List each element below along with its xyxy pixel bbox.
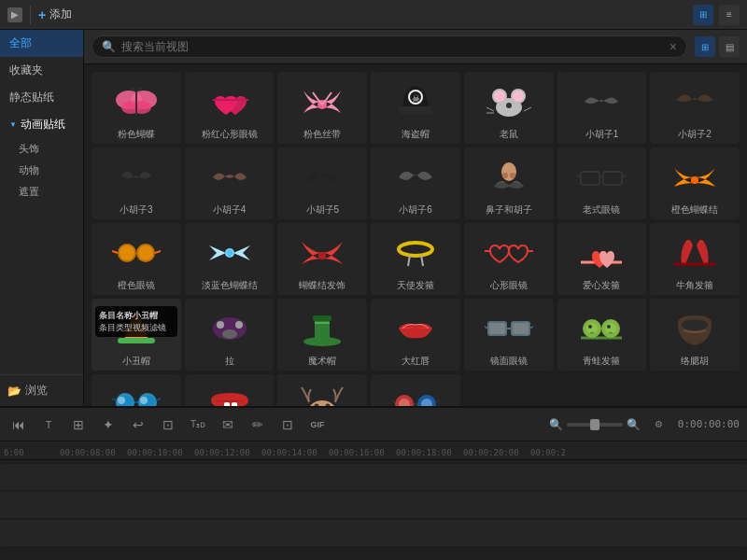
ruler-time-7: 00:00:20:00 [463,448,529,457]
sidebar-label-animals: 动物 [19,164,39,175]
zoom-out-icon[interactable]: 🔍 [549,418,563,431]
svg-point-30 [691,176,698,184]
sticker-item-butterflyacc[interactable]: 蝴蝶结发饰 [277,223,367,295]
plus-icon: + [38,7,46,22]
sticker-item-loveheadband[interactable]: 爱心发箍 [557,223,647,295]
ruler-time-2: 00:00:10:00 [127,448,192,457]
sidebar-item-animated[interactable]: ▼ 动画贴纸 [0,111,83,138]
view-icon-grid[interactable]: ⊞ [695,36,715,57]
sticker-item-mustache3[interactable]: 小胡子3 [92,147,181,219]
sidebar-item-all[interactable]: 全部 [0,30,83,57]
tl-grid-button[interactable]: ⊞ [67,413,90,436]
sticker-label-butterfly: 粉色蝴蝶 [118,129,155,140]
svg-point-76 [118,397,125,404]
timeline-track-area [0,460,747,560]
grid-view-icon[interactable]: ⊞ [693,5,713,25]
zoom-slider[interactable] [567,423,623,427]
svg-line-92 [391,400,395,402]
search-clear-button[interactable]: × [669,39,677,54]
sidebar: 全部 收藏夹 静态贴纸 ▼ 动画贴纸 头饰 动物 遮置 📂 浏览 [0,30,84,406]
view-icon-list[interactable]: ▤ [719,36,740,57]
sticker-item-pull[interactable]: 拉 [185,299,275,371]
time-display: 0:00:00:00 [678,418,740,430]
tl-text-button[interactable]: T [37,413,60,436]
sticker-item-mustache6[interactable]: 小胡子6 [371,147,460,219]
search-input-wrap[interactable]: 🔍 × [92,35,687,58]
search-input[interactable] [121,40,664,53]
sticker-img-twoteeth [197,378,262,406]
search-bar: 🔍 × ⊞ ▤ [84,30,747,64]
add-button[interactable]: + 添加 [38,7,72,22]
sticker-item-oldglasses[interactable]: 老式眼镜 [557,147,647,219]
sticker-label-piratecap: 海盗帽 [402,129,430,140]
browse-icon: 📂 [7,385,21,398]
zoom-in-icon[interactable]: 🔍 [627,418,641,431]
sticker-item-angelring[interactable]: 天使发箍 [371,223,460,295]
zoom-bar: 🔍 🔍 [549,418,641,431]
sticker-item-mirrorglasses[interactable]: 镜面眼镜 [464,299,554,371]
tl-play-button[interactable]: ⏮ [7,413,30,436]
sticker-item-magichat[interactable]: 魔术帽 [277,299,367,371]
svg-line-37 [155,251,161,253]
sticker-item-deer[interactable]: 长鹿鹿 [277,374,367,406]
sticker-item-twoteeth[interactable]: 两颗大牙 [185,374,275,406]
sticker-item-butterfly[interactable]: 粉色蝴蝶 [92,72,181,144]
sticker-item-nosemustache[interactable]: 鼻子和胡子 [464,147,554,219]
tl-fx-button[interactable]: ✦ [97,413,120,436]
browse-button[interactable]: 📂 浏览 [0,374,83,406]
tl-crop-button[interactable]: ⊡ [157,413,179,436]
svg-point-39 [318,252,326,259]
sticker-item-funglasses[interactable]: 趣味眼镜 [92,374,181,406]
sticker-item-mustache5[interactable]: 小胡子5 [277,147,367,219]
sticker-item-mustache4[interactable]: 小胡子4 [185,147,275,219]
sticker-item-heartglasses[interactable]: 心形眼镜 [464,223,554,295]
sticker-label-mustache5: 小胡子5 [306,204,340,216]
sticker-item-mustache1[interactable]: 小胡子1 [557,72,647,144]
sticker-item-frogheadband[interactable]: 青蛙发箍 [557,299,647,371]
sticker-item-heartsunglasses[interactable]: 粉红心形眼镜 [185,72,275,144]
timeline-area: ⏮ T ⊞ ✦ ↩ ⊡ T₃ᴅ ✉ ✏ ⊡ GIF 🔍 🔍 ⚙ 0:00:00:… [0,406,747,560]
sticker-item-mustache2[interactable]: 小胡子2 [650,72,740,144]
sticker-item-clownhat[interactable]: 条目名称小丑帽 条目类型视频滤镜 小丑帽 [92,299,181,371]
sidebar-item-favorites[interactable]: 收藏夹 [0,57,83,84]
sticker-item-piratecap[interactable]: ☠ 海盗帽 [371,72,460,144]
tl-gif-button[interactable]: GIF [306,413,329,436]
sticker-item-ribbon[interactable]: 粉色丝带 [277,72,367,144]
svg-point-22 [501,162,516,181]
sticker-img-mustache4 [197,151,262,203]
sticker-label-pull: 拉 [225,356,234,367]
sticker-item-orangebow[interactable]: 橙色蝴蝶结 [650,147,740,219]
sticker-item-orangeglasses[interactable]: 橙色眼镜 [92,223,181,295]
sidebar-sub-mask[interactable]: 遮置 [0,181,83,203]
sticker-label-orangeglasses: 橙色眼镜 [118,280,155,291]
tl-settings-icon[interactable]: ⚙ [648,413,670,436]
svg-point-16 [506,103,512,108]
track-row-2 [0,492,747,518]
tl-clip-button[interactable]: ⊡ [276,413,299,436]
sticker-item-devilhorn[interactable]: 牛角发箍 [650,223,740,295]
sticker-item-lightbluebow[interactable]: 淡蓝色蝴蝶结 [185,223,275,295]
sidebar-item-static[interactable]: 静态贴纸 [0,84,83,111]
sidebar-sub-headwear[interactable]: 头饰 [0,138,83,160]
svg-point-70 [607,325,611,329]
tl-edit-button[interactable]: ✏ [247,413,269,436]
sticker-item-fullbeard[interactable]: 络腮胡 [650,299,740,371]
sticker-item-redlips[interactable]: 大红唇 [371,299,460,371]
sticker-img-nosemustache [476,151,542,203]
sticker-item-mouse[interactable]: 老鼠 [464,72,554,144]
tl-3d-button[interactable]: T₃ᴅ [187,413,209,436]
top-bar: ▶ + 添加 ⊞ ≡ [0,0,747,30]
sticker-item-clownglasses[interactable]: 小丑眼镜 [371,374,460,406]
ruler-time-8: 00:00:2 [530,448,577,457]
ruler-time-3: 00:00:12:00 [194,448,260,457]
add-label: 添加 [49,7,72,22]
sticker-img-ribbon [289,76,355,127]
sidebar-sub-animals[interactable]: 动物 [0,160,83,181]
svg-rect-81 [224,402,230,407]
list-view-icon[interactable]: ≡ [719,5,740,25]
tl-undo-button[interactable]: ↩ [127,413,149,436]
search-icon: 🔍 [102,40,116,53]
sticker-label-oldglasses: 老式眼镜 [583,204,620,216]
tl-mail-button[interactable]: ✉ [217,413,239,436]
svg-rect-58 [512,322,529,335]
